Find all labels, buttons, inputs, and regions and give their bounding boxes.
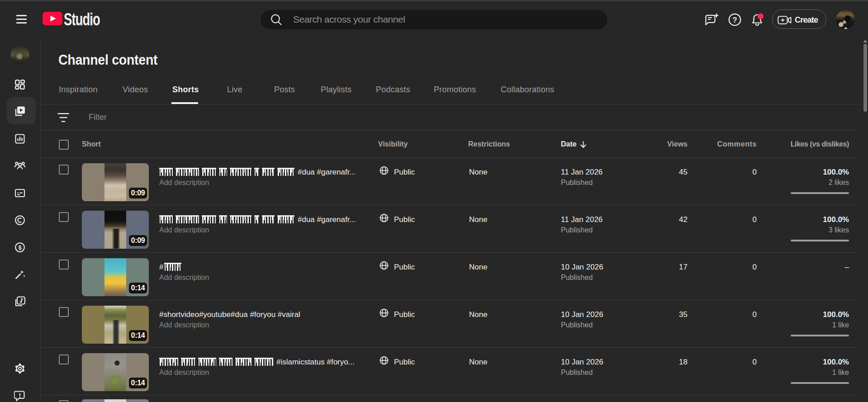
svg-text:$: $ (18, 244, 22, 251)
svg-text:?: ? (732, 16, 737, 24)
